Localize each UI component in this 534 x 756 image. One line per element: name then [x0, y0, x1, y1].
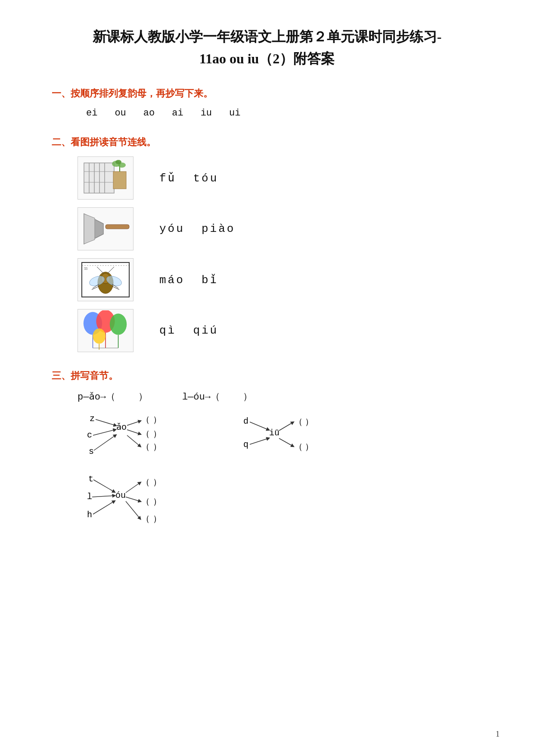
svg-text:（: （: [141, 442, 150, 452]
svg-point-32: [110, 313, 127, 334]
svg-line-56: [250, 422, 268, 430]
svg-text:óu: óu: [115, 490, 126, 500]
section2-header: 二、看图拼读音节连线。: [52, 136, 482, 149]
svg-text:（: （: [141, 514, 150, 524]
picture-items: fǔ tóu yóu piào: [52, 156, 482, 352]
svg-line-40: [96, 419, 115, 425]
picture-axe: [78, 207, 134, 250]
section-2: 二、看图拼读音节连线。: [52, 136, 482, 352]
svg-text:ǎo: ǎo: [116, 422, 127, 432]
picture-radiator: [78, 156, 134, 200]
svg-text:）: ）: [305, 442, 314, 452]
page-number: 1: [496, 730, 500, 739]
svg-line-44: [94, 435, 115, 450]
spell-row-2: ǎo z c s （ ） （: [78, 412, 482, 463]
svg-text:）: ）: [153, 415, 161, 425]
svg-text:l: l: [87, 492, 92, 502]
vowel-ai: ai: [172, 108, 183, 119]
svg-text:s: s: [89, 447, 94, 456]
label-row4: qì qiú: [159, 324, 218, 337]
svg-line-51: [127, 435, 140, 446]
svg-line-58: [250, 438, 268, 444]
svg-text:）: ）: [153, 497, 161, 507]
section3-header: 三、拼写音节。: [52, 369, 482, 382]
vowel-ou: ou: [115, 108, 126, 119]
picture-cicada: 33: [78, 258, 134, 301]
svg-text:t: t: [88, 474, 93, 484]
spell-content: p—ǎo→（ ） l—óu→（ ） ǎo z c: [52, 390, 482, 530]
svg-point-34: [93, 328, 106, 344]
svg-line-69: [92, 496, 114, 497]
svg-line-59: [279, 422, 293, 431]
svg-point-11: [115, 160, 121, 164]
svg-text:）: ）: [305, 417, 314, 427]
label-row3: máo bǐ: [159, 273, 218, 287]
fan-dq-iu: iū d q （ ） （ ）: [233, 412, 345, 463]
svg-text:）: ）: [153, 478, 161, 487]
label-row1: fǔ tóu: [159, 171, 218, 185]
picture-row-3: 33 máo bǐ: [52, 258, 482, 301]
svg-text:z: z: [90, 414, 95, 424]
svg-text:（: （: [141, 497, 150, 507]
fan-zcs-ao: ǎo z c s （ ） （: [78, 412, 198, 463]
picture-row-1: fǔ tóu: [52, 156, 482, 200]
fan-tlh-ou: óu t l h （ ） （: [78, 472, 198, 530]
svg-text:iū: iū: [269, 428, 279, 438]
svg-line-62: [279, 438, 293, 446]
section1-header: 一、按顺序排列复韵母，再抄写下来。: [52, 87, 482, 100]
picture-row-2: yóu piào: [52, 207, 482, 250]
section-3: 三、拼写音节。 p—ǎo→（ ） l—óu→（ ） ǎo z: [52, 369, 482, 530]
picture-row-4: qì qiú: [52, 309, 482, 352]
spell-row-1: p—ǎo→（ ） l—óu→（ ）: [78, 390, 482, 403]
title-line2: 11ao ou iu（2）附答案: [52, 48, 482, 70]
svg-text:（: （: [141, 478, 150, 487]
label-row2: yóu piào: [159, 222, 235, 235]
svg-text:q: q: [243, 440, 248, 450]
spell-lou: l—óu→（ ）: [182, 390, 252, 403]
vowel-iu: iu: [201, 108, 212, 119]
svg-line-72: [126, 483, 140, 493]
svg-text:（: （: [294, 442, 303, 452]
svg-line-67: [93, 480, 114, 492]
svg-text:d: d: [243, 416, 248, 426]
spell-pao: p—ǎo→（ ）: [78, 390, 148, 403]
svg-text:）: ）: [153, 442, 161, 452]
svg-line-75: [126, 497, 140, 501]
vowel-ao: ao: [143, 108, 155, 119]
picture-balloons: [78, 309, 134, 352]
vowel-ui: ui: [229, 108, 240, 119]
svg-text:）: ）: [153, 429, 161, 439]
svg-line-48: [127, 430, 140, 434]
svg-marker-14: [84, 214, 95, 244]
svg-text:）: ）: [153, 514, 161, 524]
svg-line-71: [93, 501, 114, 514]
svg-text:（: （: [141, 429, 150, 439]
svg-line-45: [127, 421, 140, 425]
svg-rect-12: [106, 225, 129, 229]
section-1: 一、按顺序排列复韵母，再抄写下来。 ei ou ao ai iu ui: [52, 87, 482, 119]
svg-line-42: [93, 430, 115, 435]
svg-rect-0: [84, 163, 114, 193]
svg-line-78: [126, 501, 140, 519]
svg-text:33: 33: [84, 267, 87, 271]
svg-text:（: （: [141, 415, 150, 425]
vowels-row: ei ou ao ai iu ui: [52, 108, 482, 119]
svg-rect-7: [113, 172, 126, 189]
title-line1: 新课标人教版小学一年级语文上册第２单元课时同步练习-: [52, 26, 482, 48]
svg-text:c: c: [87, 430, 92, 440]
page-title: 新课标人教版小学一年级语文上册第２单元课时同步练习- 11ao ou iu（2）…: [52, 26, 482, 70]
svg-text:h: h: [87, 510, 92, 520]
vowel-ei: ei: [86, 108, 97, 119]
spell-row-3: óu t l h （ ） （: [78, 472, 482, 530]
svg-text:（: （: [294, 417, 303, 427]
